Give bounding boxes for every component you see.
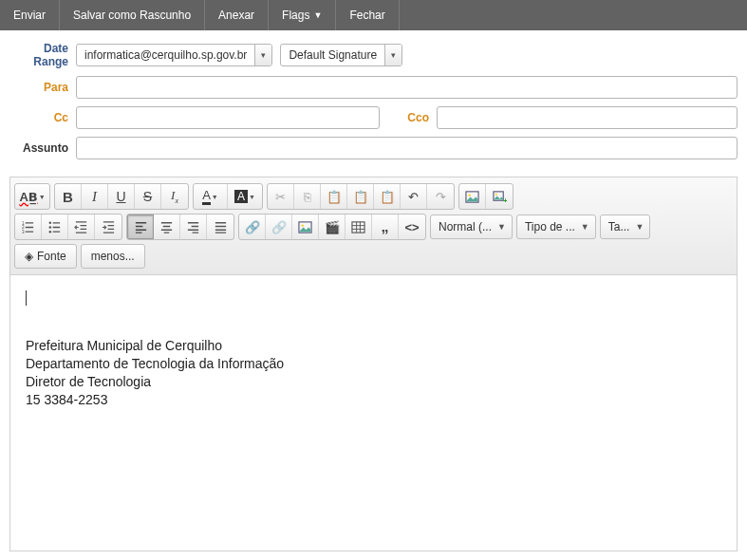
svg-point-11 (49, 221, 51, 223)
source-button[interactable]: ◈ Fonte (14, 244, 77, 269)
image-button-1[interactable] (459, 184, 486, 209)
align-right-button[interactable] (180, 215, 207, 239)
editor-toolbar-row-1: AB̲ ▼ B I U S Ix A▼ A▼ ✂ ⎘ 📋 📋 📋 (14, 181, 733, 212)
caret-down-icon: ▼ (581, 222, 589, 232)
text-color-icon: A (202, 188, 211, 205)
cc-input[interactable] (76, 106, 380, 129)
editor-toolbar: AB̲ ▼ B I U S Ix A▼ A▼ ✂ ⎘ 📋 📋 📋 (10, 177, 737, 275)
link-button[interactable]: 🔗 (239, 215, 266, 239)
underline-button[interactable]: U (108, 184, 135, 209)
align-left-button[interactable] (127, 215, 154, 239)
caret-down-icon: ▼ (39, 194, 46, 200)
signature-select-value: Default Signature (281, 45, 384, 65)
spellcheck-icon: AB̲ (19, 190, 37, 204)
caret-down-icon: ▼ (313, 10, 322, 20)
blockquote-button[interactable]: „ (372, 215, 399, 239)
ordered-list-icon: 123 (21, 220, 35, 234)
subject-input[interactable] (76, 137, 738, 159)
paragraph-format-select[interactable]: Normal (... ▼ (430, 215, 513, 239)
unlink-button[interactable]: 🔗 (266, 215, 292, 239)
table-button[interactable] (345, 215, 372, 239)
image-button-2[interactable]: + (486, 184, 513, 209)
align-justify-button[interactable] (207, 215, 233, 239)
signature-line-4: 15 3384-2253 (26, 391, 721, 409)
cut-icon: ✂ (275, 190, 286, 204)
unordered-list-button[interactable] (42, 215, 68, 239)
chevron-down-icon: ▾ (254, 45, 271, 65)
flags-button[interactable]: Flags ▼ (269, 0, 336, 30)
strike-button[interactable]: S (135, 184, 161, 209)
bg-color-icon: A (234, 190, 248, 203)
indent-button[interactable] (95, 215, 121, 239)
editor-toolbar-row-2: 123 (14, 212, 733, 242)
svg-text:3: 3 (22, 230, 25, 234)
editor-body[interactable]: Prefeitura Municipal de Cerquilho Depart… (10, 275, 737, 551)
svg-text:+: + (503, 196, 507, 204)
caret-down-icon: ▼ (249, 194, 255, 200)
spellcheck-button[interactable]: AB̲ ▼ (15, 184, 49, 209)
italic-button[interactable]: I (82, 184, 108, 209)
paste-text-button[interactable]: 📋 (347, 184, 374, 209)
paste-icon: 📋 (327, 190, 342, 204)
source-label: Fonte (37, 250, 66, 263)
compose-fields: Date Range informatica@cerquilho.sp.gov.… (0, 30, 747, 177)
code-button[interactable]: <> (399, 215, 425, 239)
subject-row: Assunto (9, 137, 738, 159)
italic-icon: I (92, 189, 97, 205)
to-input[interactable] (76, 76, 738, 99)
paste-word-button[interactable]: 📋 (374, 184, 401, 209)
signature-line-2: Departamento de Tecnologia da Informação (26, 355, 721, 373)
svg-point-42 (302, 224, 304, 226)
signature-line-3: Diretor de Tecnologia (26, 373, 721, 391)
close-button[interactable]: Fechar (336, 0, 399, 30)
paste-word-icon: 📋 (380, 190, 395, 204)
align-center-button[interactable] (154, 215, 180, 239)
outdent-button[interactable] (68, 215, 95, 239)
main-toolbar: Enviar Salvar como Rascunho Anexar Flags… (0, 0, 747, 30)
paste-text-icon: 📋 (353, 190, 368, 204)
to-label: Para (9, 81, 76, 94)
source-icon: ◈ (25, 250, 33, 263)
strike-icon: S (143, 189, 152, 204)
text-color-button[interactable]: A▼ (194, 184, 228, 209)
align-center-icon (159, 220, 174, 234)
save-draft-button[interactable]: Salvar como Rascunho (60, 0, 205, 30)
svg-point-1 (469, 194, 471, 196)
font-size-select[interactable]: Ta... ▼ (600, 215, 651, 239)
quote-icon: „ (382, 218, 389, 235)
cut-button[interactable]: ✂ (268, 184, 294, 209)
signature-line-1: Prefeitura Municipal de Cerquilho (26, 337, 721, 355)
date-range-label: Date Range (9, 42, 76, 68)
signature-block: Prefeitura Municipal de Cerquilho Depart… (26, 337, 721, 409)
from-select[interactable]: informatica@cerquilho.sp.gov.br ▾ (76, 44, 272, 66)
attach-button[interactable]: Anexar (205, 0, 269, 30)
caret-down-icon: ▼ (497, 222, 506, 232)
editor-toolbar-row-3: ◈ Fonte menos... (14, 242, 733, 271)
bold-button[interactable]: B (55, 184, 82, 209)
bg-color-button[interactable]: A▼ (228, 184, 262, 209)
send-button[interactable]: Enviar (0, 0, 60, 30)
undo-icon: ↶ (408, 190, 419, 204)
font-name-select[interactable]: Tipo de ... ▼ (516, 215, 596, 239)
redo-button[interactable]: ↷ (427, 184, 454, 209)
insert-image-button[interactable] (292, 215, 319, 239)
unlink-icon: 🔗 (271, 220, 287, 234)
less-label: menos... (91, 250, 135, 263)
signature-select[interactable]: Default Signature ▾ (280, 44, 402, 66)
undo-button[interactable]: ↶ (401, 184, 427, 209)
copy-button[interactable]: ⎘ (294, 184, 321, 209)
bcc-input[interactable] (437, 106, 738, 129)
paragraph-format-value: Normal (... (439, 220, 492, 233)
text-cursor (26, 290, 27, 306)
align-justify-icon (214, 220, 228, 234)
unordered-list-icon (47, 220, 62, 234)
flags-label: Flags (282, 9, 309, 22)
less-button[interactable]: menos... (81, 244, 145, 269)
ordered-list-button[interactable]: 123 (15, 215, 42, 239)
redo-icon: ↷ (436, 190, 446, 204)
outdent-icon (74, 220, 88, 234)
bold-icon: B (63, 189, 73, 205)
media-button[interactable]: 🎬 (319, 215, 345, 239)
paste-button[interactable]: 📋 (321, 184, 347, 209)
remove-format-button[interactable]: Ix (161, 184, 188, 209)
